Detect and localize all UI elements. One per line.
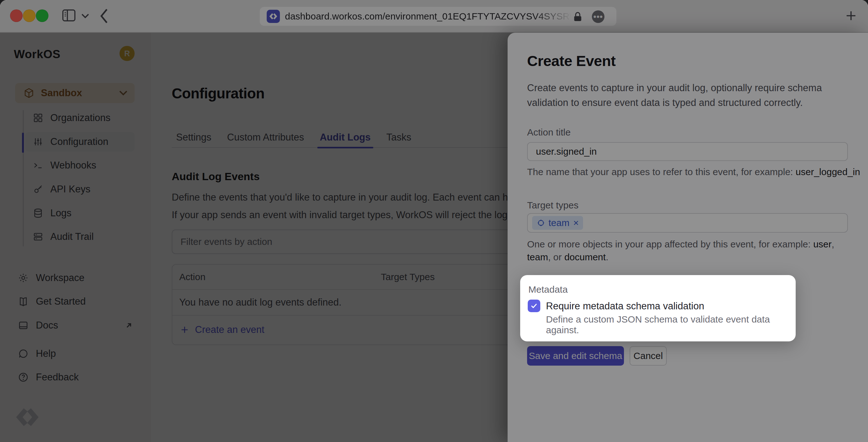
check-icon (530, 302, 538, 310)
metadata-checkbox-description: Define a custom JSON schema to validate … (546, 314, 796, 336)
metadata-spotlight: Metadata Require metadata schema validat… (520, 275, 796, 341)
spotlight-overlay (0, 0, 868, 442)
metadata-label: Metadata (528, 284, 568, 295)
metadata-schema-checkbox[interactable] (528, 299, 540, 312)
metadata-checkbox-label[interactable]: Require metadata schema validation (546, 301, 704, 312)
browser-window: dashboard.workos.com/environment_01EQ1FT… (0, 0, 868, 442)
